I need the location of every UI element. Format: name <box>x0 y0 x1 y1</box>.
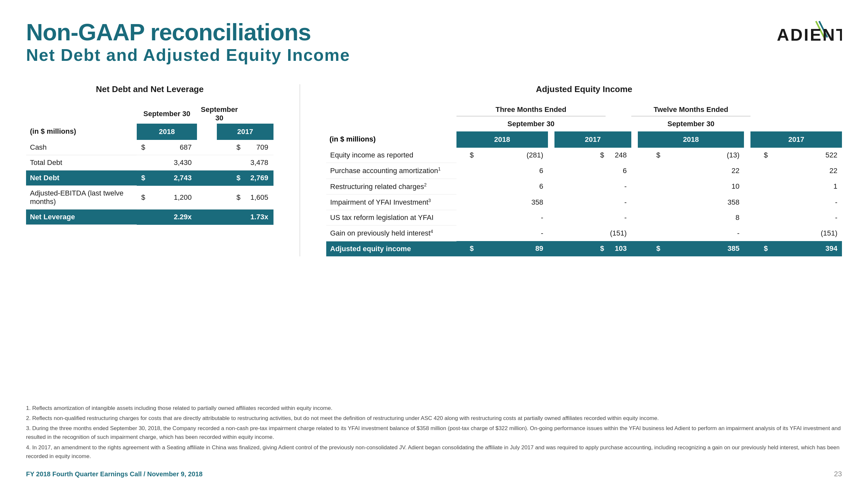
right-col4-year: 2017 <box>750 131 842 148</box>
left-col1-year: 2018 <box>137 124 197 140</box>
page-number: 23 <box>834 470 842 478</box>
left-table-row: Net Leverage 2.29x 1.73x <box>26 209 274 225</box>
right-sub2: September 30 <box>631 116 750 131</box>
left-table: September 30 September 30 (in $ millions… <box>26 102 274 225</box>
left-table-row: Cash $ 687 $ 709 <box>26 140 274 155</box>
right-sub-header-row: September 30 September 30 <box>326 116 842 131</box>
right-table-row: US tax reform legislation at YFAI - - 8 … <box>326 210 842 225</box>
col2-header: September 30 <box>197 102 242 124</box>
right-section: Adjusted Equity Income Three Months Ende… <box>326 84 842 256</box>
footnote-1: 1. Reflects amortization of intangible a… <box>26 404 842 413</box>
title-block: Non-GAAP reconciliations Net Debt and Ad… <box>26 20 350 65</box>
right-col1-year: 2018 <box>457 131 548 148</box>
right-label-header: (in $ millions) <box>326 131 457 148</box>
footer-left: FY 2018 Fourth Quarter Earnings Call / N… <box>26 470 203 478</box>
footnotes: 1. Reflects amortization of intangible a… <box>26 404 842 462</box>
year-header-row: (in $ millions) 2018 2017 <box>26 124 274 140</box>
content-area: Net Debt and Net Leverage September 30 S… <box>26 84 842 256</box>
left-table-row: Net Debt $ 2,743 $ 2,769 <box>26 170 274 186</box>
right-table-row: Equity income as reported $ (281) $ 248 … <box>326 148 842 163</box>
left-section-title: Net Debt and Net Leverage <box>26 84 274 94</box>
col1-header: September 30 <box>137 102 197 124</box>
footnote-3: 3. During the three months ended Septemb… <box>26 424 842 442</box>
sub-title: Net Debt and Adjusted Equity Income <box>26 45 350 65</box>
right-table-row: Purchase accounting amortization1 6 6 22… <box>326 163 842 178</box>
right-table: Three Months Ended Twelve Months Ended S… <box>326 102 842 256</box>
right-table-row: Impairment of YFAI Investment3 358 - 358… <box>326 194 842 210</box>
right-group1-header: Three Months Ended <box>457 102 606 116</box>
right-col3-year: 2018 <box>638 131 744 148</box>
right-col2-year: 2017 <box>555 131 631 148</box>
main-title: Non-GAAP reconciliations <box>26 20 350 45</box>
right-sub1: September 30 <box>457 116 606 131</box>
right-group2-header: Twelve Months Ended <box>631 102 750 116</box>
left-col2-year: 2017 <box>217 124 274 140</box>
left-table-row: Total Debt 3,430 3,478 <box>26 155 274 170</box>
right-table-row: Adjusted equity income $ 89 $ 103 $ 385 … <box>326 241 842 256</box>
right-section-title: Adjusted Equity Income <box>326 84 842 94</box>
left-table-row: Adjusted-EBITDA (last twelve months) $ 1… <box>26 186 274 209</box>
svg-text:ADIENT: ADIENT <box>777 25 842 44</box>
right-year-header-row: (in $ millions) 2018 2017 2018 2017 <box>326 131 842 148</box>
right-table-row: Gain on previously held interest4 - (151… <box>326 225 842 241</box>
footer-bar: FY 2018 Fourth Quarter Earnings Call / N… <box>26 470 842 478</box>
left-section: Net Debt and Net Leverage September 30 S… <box>26 84 274 256</box>
vertical-divider <box>300 84 300 256</box>
footnote-2: 2. Reflects non-qualified restructuring … <box>26 414 842 423</box>
adient-logo-icon: ADIENT <box>777 20 842 45</box>
logo-area: ADIENT <box>777 20 842 45</box>
col-header-row: September 30 September 30 <box>26 102 274 124</box>
header: Non-GAAP reconciliations Net Debt and Ad… <box>26 20 842 65</box>
right-table-row: Restructuring related charges2 6 - 10 1 <box>326 178 842 194</box>
footnote-4: 4. In 2017, an amendment to the rights a… <box>26 443 842 461</box>
page: Non-GAAP reconciliations Net Debt and Ad… <box>0 0 868 488</box>
label-header: (in $ millions) <box>26 124 137 140</box>
right-group-header-row: Three Months Ended Twelve Months Ended <box>326 102 842 116</box>
